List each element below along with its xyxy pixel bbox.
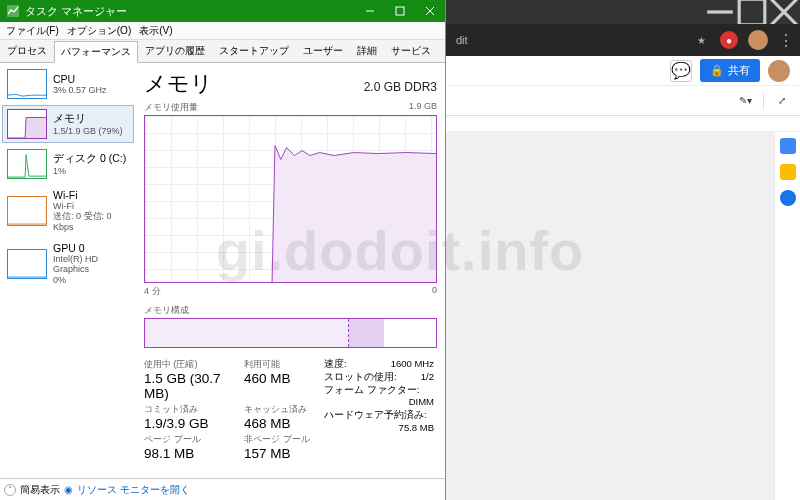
sidebar-item-memory[interactable]: メモリ1.5/1.9 GB (79%): [2, 105, 134, 143]
collapse-icon[interactable]: ˄: [4, 484, 16, 496]
stat-cached: 468 MB: [244, 416, 324, 431]
app-icon: [6, 4, 20, 18]
gpu-sparkline: [7, 249, 47, 279]
fewer-details-button[interactable]: 簡易表示: [20, 483, 60, 497]
docs-avatar[interactable]: [768, 60, 790, 82]
chart-label-timerange: 4 分: [144, 285, 161, 298]
chart-label-max: 1.9 GB: [409, 101, 437, 114]
memory-sparkline: [7, 109, 47, 139]
os-close-icon[interactable]: [768, 0, 800, 24]
tab-services[interactable]: サービス: [384, 40, 438, 62]
chart-label-zero: 0: [432, 285, 437, 298]
star-icon[interactable]: ★: [692, 31, 710, 49]
titlebar[interactable]: タスク マネージャー: [0, 0, 445, 22]
tab-details[interactable]: 詳細: [350, 40, 384, 62]
stats-grid: 使用中 (圧縮)1.5 GB (30.7 MB) 利用可能460 MB 速度: …: [144, 358, 437, 461]
share-button[interactable]: 🔒 共有: [700, 59, 760, 82]
resource-monitor-link[interactable]: リソース モニターを開く: [77, 483, 190, 497]
cpu-sparkline: [7, 69, 47, 99]
stat-slots: 1/2: [421, 371, 434, 384]
tab-app-history[interactable]: アプリの履歴: [138, 40, 212, 62]
stat-formfactor: DIMM: [409, 396, 434, 409]
stat-speed: 1600 MHz: [391, 358, 434, 371]
disk-sparkline: [7, 149, 47, 179]
extension-icon[interactable]: ●: [720, 31, 738, 49]
memory-usage-chart: [144, 115, 437, 283]
menu-file[interactable]: ファイル(F): [2, 24, 63, 38]
memory-spec: 2.0 GB DDR3: [364, 80, 437, 94]
tab-processes[interactable]: プロセス: [0, 40, 54, 62]
keep-icon[interactable]: [780, 164, 796, 180]
menu-options[interactable]: オプション(O): [63, 24, 135, 38]
more-icon[interactable]: ⋮: [778, 31, 794, 50]
stat-paged: 98.1 MB: [144, 446, 244, 461]
os-minimize-icon[interactable]: [704, 0, 736, 24]
stat-hwreserved: 75.8 MB: [399, 422, 434, 435]
sidebar-item-disk[interactable]: ディスク 0 (C:)1%: [2, 145, 134, 183]
edit-mode-icon[interactable]: ✎▾: [735, 91, 755, 111]
tab-startup[interactable]: スタートアップ: [212, 40, 296, 62]
tasks-icon[interactable]: [780, 190, 796, 206]
footer: ˄ 簡易表示 ◉ リソース モニターを開く: [0, 478, 445, 500]
lock-icon: 🔒: [710, 64, 724, 77]
minimize-icon[interactable]: [355, 0, 385, 22]
tab-users[interactable]: ユーザー: [296, 40, 350, 62]
browser-avatar[interactable]: [748, 30, 768, 50]
svg-rect-6: [396, 7, 404, 15]
share-label: 共有: [728, 63, 750, 78]
composition-label: メモリ構成: [144, 304, 437, 317]
page-title: メモリ: [144, 69, 213, 99]
side-panel: [774, 132, 800, 500]
sidebar-item-cpu[interactable]: CPU3% 0.57 GHz: [2, 65, 134, 103]
window-title: タスク マネージャー: [25, 4, 355, 19]
svg-marker-10: [145, 146, 436, 282]
stat-available: 460 MB: [244, 371, 324, 386]
stat-in-use: 1.5 GB (30.7 MB): [144, 371, 244, 401]
svg-marker-9: [8, 117, 46, 138]
menubar: ファイル(F) オプション(O) 表示(V): [0, 22, 445, 40]
maximize-icon[interactable]: [385, 0, 415, 22]
sidebar-item-gpu[interactable]: GPU 0Intel(R) HD Graphics 0%: [2, 238, 134, 289]
resource-monitor-icon: ◉: [64, 484, 73, 495]
stat-committed: 1.9/3.9 GB: [144, 416, 244, 431]
close-icon[interactable]: [415, 0, 445, 22]
svg-rect-1: [739, 0, 765, 25]
expand-icon[interactable]: ⤢: [772, 91, 792, 111]
comments-icon[interactable]: 💬: [670, 60, 692, 82]
tab-performance[interactable]: パフォーマンス: [54, 41, 138, 63]
sidebar-item-wifi[interactable]: Wi-FiWi-Fi 送信: 0 受信: 0 Kbps: [2, 185, 134, 236]
tab-label-fragment: dit: [456, 34, 468, 46]
calendar-icon[interactable]: [780, 138, 796, 154]
menu-view[interactable]: 表示(V): [135, 24, 176, 38]
os-maximize-icon[interactable]: [736, 0, 768, 24]
memory-composition-bar: [144, 318, 437, 348]
perf-sidebar: CPU3% 0.57 GHz メモリ1.5/1.9 GB (79%) ディスク …: [0, 63, 136, 478]
perf-main: メモリ 2.0 GB DDR3 メモリ使用量 1.9 GB 4 分 0 メモリ構…: [136, 63, 445, 478]
tabstrip: プロセス パフォーマンス アプリの履歴 スタートアップ ユーザー 詳細 サービス: [0, 40, 445, 63]
stat-nonpaged: 157 MB: [244, 446, 324, 461]
wifi-sparkline: [7, 196, 47, 226]
chart-label-usage: メモリ使用量: [144, 101, 198, 114]
task-manager-window: タスク マネージャー ファイル(F) オプション(O) 表示(V) プロセス パ…: [0, 0, 446, 500]
